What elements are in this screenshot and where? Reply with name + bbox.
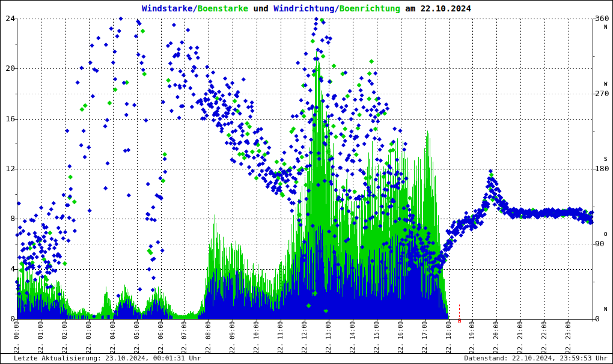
- x-tick-label: 22. 16:00: [397, 320, 404, 354]
- data-state-text: Datenstand: 22.10.2024, 23:59:53 Uhr: [465, 354, 608, 363]
- compass-label: O: [604, 231, 607, 237]
- x-tick-label: 22. 12:00: [301, 320, 308, 354]
- y-left-tick-label: 16: [1, 115, 15, 123]
- x-tick-label: 22. 05:00: [133, 320, 141, 354]
- y-right-tick-label: 0: [595, 315, 600, 323]
- compass-label: N: [604, 24, 607, 30]
- y-left-tick-label: 8: [1, 214, 15, 222]
- x-tick-label: 22. 02:00: [61, 320, 69, 354]
- y-right-tick-label: 360: [595, 14, 609, 22]
- x-tick-label: 22. 01:00: [37, 320, 44, 354]
- compass-label: S: [604, 156, 607, 162]
- x-tick-label: 22. 06:00: [157, 320, 165, 354]
- compass-label: W: [604, 81, 607, 87]
- x-tick-label: 22. 00:00: [13, 320, 20, 354]
- x-tick-label: 22. 08:00: [205, 320, 212, 354]
- y-left-tick-label: 24: [1, 14, 15, 22]
- x-tick-label: 22. 22:00: [541, 320, 548, 354]
- x-tick-label: 22. 13:00: [325, 320, 332, 354]
- y-right-tick-label: 270: [595, 89, 609, 97]
- x-tick-label: 22. 20:00: [493, 320, 500, 354]
- x-tick-label: 22. 23:00: [565, 320, 572, 354]
- footer-bar: Letzte Aktualisierung: 23.10.2024, 00:01…: [1, 353, 612, 364]
- x-tick-label: 22. 15:00: [373, 320, 380, 354]
- x-tick-label: 22. 10:00: [253, 320, 260, 354]
- compass-label: N: [604, 306, 607, 312]
- y-left-tick-label: 20: [1, 64, 15, 72]
- chart-canvas: [1, 1, 612, 353]
- x-tick-label: 22. 19:00: [469, 320, 476, 354]
- weather-chart-page: Windstarke/Boenstarke und Windrichtung/B…: [0, 0, 613, 364]
- y-left-tick-label: 4: [1, 265, 15, 273]
- x-tick-label: 22. 03:00: [85, 320, 93, 354]
- y-right-tick-label: 180: [595, 165, 609, 172]
- x-tick-label: 22. 21:00: [517, 320, 524, 354]
- x-tick-label: 22. 14:00: [349, 320, 356, 354]
- y-right-tick-label: 90: [595, 240, 605, 247]
- x-tick-label: 22. 11:00: [277, 320, 284, 354]
- x-tick-label: 22. 09:00: [229, 320, 236, 354]
- x-tick-label: 22. 07:00: [181, 320, 188, 354]
- last-update-text: Letzte Aktualisierung: 23.10.2024, 00:01…: [14, 354, 201, 363]
- x-tick-label: 22. 18:00: [445, 320, 453, 354]
- y-left-tick-label: 12: [1, 165, 15, 172]
- x-tick-label: 22. 17:00: [421, 320, 428, 354]
- x-tick-label: 22. 04:00: [109, 320, 117, 354]
